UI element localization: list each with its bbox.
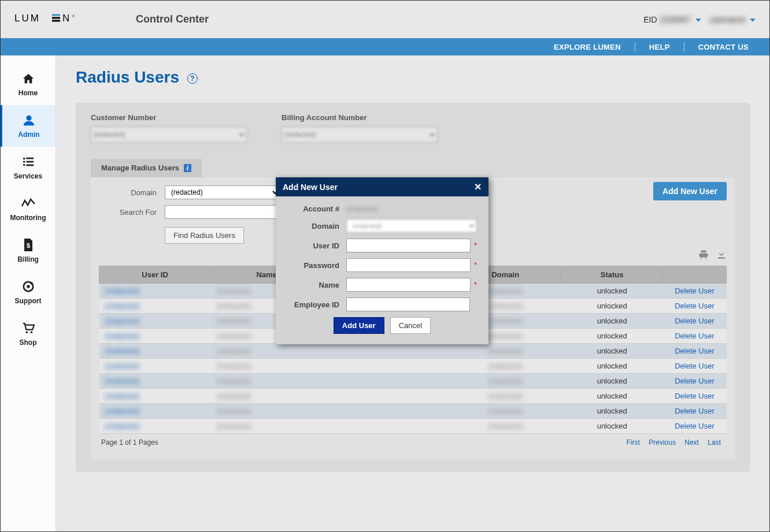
delete-user-link[interactable]: Delete User [675, 392, 715, 400]
user-link[interactable]: (redacted) [105, 332, 139, 340]
cart-icon [21, 321, 35, 335]
nav-explore[interactable]: EXPLORE LUMEN [550, 43, 624, 51]
pager-last[interactable]: Last [708, 438, 721, 447]
print-icon[interactable] [698, 252, 709, 262]
modal-name-input[interactable] [346, 278, 471, 292]
nav-help[interactable]: HELP [646, 43, 673, 51]
add-new-user-button[interactable]: Add New User [653, 182, 727, 200]
svg-point-15 [27, 285, 30, 288]
delete-user-link[interactable]: Delete User [675, 407, 715, 415]
svg-point-16 [30, 282, 33, 285]
sidebar-item-shop[interactable]: Shop [1, 313, 55, 355]
help-icon[interactable]: ? [187, 73, 198, 84]
sidebar-item-services[interactable]: Services [1, 147, 55, 188]
lumen-logo: LUM N ® [14, 12, 95, 28]
col-action [663, 266, 727, 284]
pager-first[interactable]: First [627, 438, 640, 447]
user-link[interactable]: (redacted) [105, 392, 139, 400]
user-link[interactable]: (redacted) [105, 362, 139, 370]
modal-cancel-button[interactable]: Cancel [390, 317, 431, 334]
sidebar-item-admin[interactable]: Admin [1, 105, 55, 147]
sidebar: Home Admin Services Monitoring $ Billing… [1, 55, 56, 532]
user-link[interactable]: (redacted) [105, 347, 139, 355]
svg-text:®: ® [72, 14, 75, 18]
svg-rect-3 [52, 20, 60, 21]
gear-icon [21, 280, 35, 293]
nav-contact[interactable]: CONTACT US [695, 43, 752, 51]
modal-userid-input[interactable] [346, 239, 471, 252]
customer-number-label: Customer Number [91, 113, 247, 122]
delete-user-link[interactable]: Delete User [675, 332, 715, 340]
modal-empid-label: Employee ID [287, 300, 339, 309]
col-user-id: User ID [99, 266, 211, 284]
table-row: (redacted)(redacted)(redacted)unlockedDe… [99, 374, 727, 389]
delete-user-link[interactable]: Delete User [675, 362, 715, 370]
modal-domain-label: Domain [287, 222, 339, 230]
user-link[interactable]: (redacted) [105, 422, 139, 430]
chevron-down-icon [695, 18, 701, 22]
table-row: (redacted)(redacted)(redacted)unlockedDe… [99, 359, 727, 374]
svg-point-17 [25, 331, 28, 333]
sidebar-item-billing[interactable]: $ Billing [1, 230, 55, 271]
delete-user-link[interactable]: Delete User [675, 302, 715, 310]
sidebar-item-monitoring[interactable]: Monitoring [1, 188, 55, 230]
domain-label: Domain [99, 188, 157, 197]
user-dropdown[interactable]: username [709, 15, 756, 24]
pager: Page 1 of 1 Pages First Previous Next La… [99, 434, 727, 451]
user-link[interactable]: (redacted) [105, 377, 139, 385]
delete-user-link[interactable]: Delete User [675, 422, 715, 430]
svg-rect-8 [26, 158, 34, 159]
table-row: (redacted)(redacted)(redacted)unlockedDe… [99, 344, 727, 359]
user-link[interactable]: (redacted) [105, 407, 139, 415]
download-icon[interactable] [716, 252, 727, 262]
svg-rect-12 [26, 165, 34, 166]
home-icon [21, 72, 35, 85]
user-icon [22, 113, 36, 127]
svg-point-7 [23, 158, 25, 160]
sidebar-item-home[interactable]: Home [1, 64, 55, 105]
modal-title: Add New User [283, 183, 338, 192]
modal-userid-label: User ID [287, 241, 339, 250]
user-link[interactable]: (redacted) [105, 317, 139, 325]
pager-next[interactable]: Next [684, 438, 699, 447]
table-row: (redacted)(redacted)(redacted)unlockedDe… [99, 389, 727, 404]
svg-point-11 [23, 164, 25, 166]
modal-account-value: (redacted) [346, 205, 378, 213]
table-row: (redacted)(redacted)(redacted)unlockedDe… [99, 419, 727, 434]
manage-tab: Manage Radius Users i [91, 159, 202, 177]
user-link[interactable]: (redacted) [105, 302, 139, 310]
svg-rect-2 [52, 17, 60, 18]
delete-user-link[interactable]: Delete User [675, 347, 715, 355]
pager-prev[interactable]: Previous [649, 438, 676, 447]
delete-user-link[interactable]: Delete User [675, 287, 715, 295]
list-icon [21, 155, 35, 169]
add-user-modal: Add New User ✕ Account # (redacted) Doma… [276, 177, 488, 344]
info-icon[interactable]: i [184, 164, 191, 172]
app-title: Control Center [136, 13, 209, 25]
modal-empid-input[interactable] [346, 297, 470, 311]
modal-add-button[interactable]: Add User [334, 317, 384, 334]
invoice-icon: $ [21, 238, 35, 252]
search-input[interactable] [165, 205, 280, 219]
customer-number-select[interactable]: (redacted) [91, 127, 247, 143]
modal-domain-select[interactable]: (redacted) [346, 219, 477, 233]
domain-select[interactable]: (redacted) [165, 185, 280, 199]
billing-account-select[interactable]: (redacted) [282, 127, 438, 143]
eid-dropdown[interactable]: EID 1234567 [643, 15, 701, 24]
chevron-down-icon [750, 18, 756, 22]
user-link[interactable]: (redacted) [105, 287, 139, 295]
chart-icon [21, 196, 35, 210]
delete-user-link[interactable]: Delete User [675, 317, 715, 325]
svg-text:LUM: LUM [14, 13, 40, 24]
search-label: Search For [99, 208, 157, 217]
delete-user-link[interactable]: Delete User [675, 377, 715, 385]
svg-rect-10 [26, 161, 34, 163]
modal-account-label: Account # [287, 204, 339, 213]
sidebar-item-support[interactable]: Support [1, 271, 55, 313]
col-status: Status [561, 266, 663, 284]
modal-password-label: Password [287, 261, 339, 270]
find-users-button[interactable]: Find Radius Users [165, 227, 244, 244]
modal-password-input[interactable] [346, 258, 471, 272]
utility-nav: EXPLORE LUMEN HELP CONTACT US [1, 38, 769, 55]
close-icon[interactable]: ✕ [474, 181, 482, 192]
